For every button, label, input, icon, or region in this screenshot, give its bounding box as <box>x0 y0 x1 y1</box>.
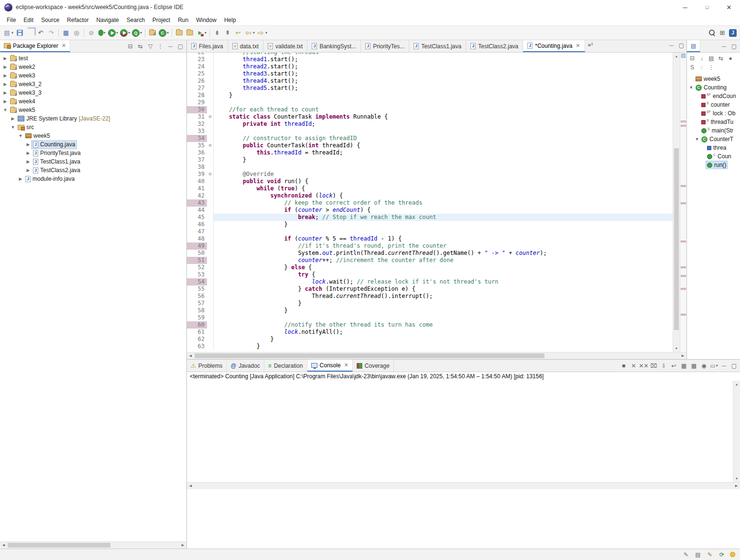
chevron-right-icon[interactable]: ▶ <box>25 159 32 164</box>
menu-navigate[interactable]: Navigate <box>92 15 122 25</box>
outline-item[interactable]: CCoun <box>687 152 740 161</box>
java-perspective-button[interactable] <box>728 27 738 39</box>
terminate-icon[interactable]: ■ <box>619 361 629 371</box>
dropdown-arrow-icon[interactable]: ▾ <box>104 31 106 35</box>
sort-icon[interactable]: ↓ <box>697 54 707 63</box>
menu-source[interactable]: Source <box>37 15 63 25</box>
tree-item[interactable]: ▶Counting.java <box>0 140 186 149</box>
line-number[interactable]: 42 <box>187 192 207 199</box>
remove-all-terminated-icon[interactable]: ✕✕ <box>639 361 649 371</box>
console-view-tab-console[interactable]: Console✕ <box>307 360 353 372</box>
debug-button[interactable]: ▾ <box>97 27 107 39</box>
code-editor[interactable]: 22 //starting the threads23 thread1.star… <box>187 53 673 352</box>
outline-item[interactable]: week5 <box>687 75 740 83</box>
line-number[interactable]: 22 <box>187 53 207 56</box>
scroll-down-icon[interactable]: ▼ <box>733 475 740 482</box>
collapse-all-icon[interactable]: ⊟ <box>125 41 135 52</box>
menu-refactor[interactable]: Refactor <box>63 15 92 25</box>
chevron-down-icon[interactable]: ▼ <box>17 133 24 138</box>
console-view-tab-problems[interactable]: Problems <box>187 360 227 372</box>
tree-item[interactable]: ▶week3 <box>0 71 186 80</box>
close-view-icon[interactable]: ✕ <box>62 43 66 49</box>
chevron-right-icon[interactable]: ▶ <box>2 65 9 69</box>
new-class-button[interactable]: ▾ <box>158 27 170 39</box>
line-number[interactable]: 38 <box>187 164 207 171</box>
close-button[interactable]: ✕ <box>718 0 740 14</box>
outline-item[interactable]: ▼CounterT <box>687 135 740 143</box>
view-menu-icon[interactable]: ⋮ <box>155 41 165 52</box>
occurrence-marker[interactable] <box>681 185 686 187</box>
fold-collapse-icon[interactable]: ⊖ <box>207 113 214 121</box>
scroll-lock-icon[interactable]: ⇩ <box>659 361 669 371</box>
outline-tab[interactable] <box>687 40 700 52</box>
undo-button[interactable] <box>35 27 46 39</box>
minimize-view-icon[interactable]: ─ <box>165 41 175 52</box>
line-number[interactable]: 34 <box>187 135 207 142</box>
filters-icon[interactable]: ▽ <box>145 41 155 52</box>
clear-console-icon[interactable]: ⌧ <box>649 361 659 371</box>
import-folder-button[interactable] <box>185 27 195 39</box>
skip-all-breakpoints-button[interactable] <box>86 27 97 39</box>
menu-edit[interactable]: Edit <box>20 15 37 25</box>
occurrence-marker[interactable] <box>681 121 686 122</box>
open-console-button[interactable] <box>61 27 71 39</box>
scroll-right-icon[interactable]: ▶ <box>733 484 740 488</box>
occurrence-marker[interactable] <box>681 125 686 127</box>
categorize-icon[interactable]: ▤ <box>707 54 716 63</box>
chevron-right-icon[interactable]: ▶ <box>2 90 9 95</box>
notification-bulb-icon[interactable] <box>730 552 735 557</box>
menu-search[interactable]: Search <box>123 15 149 25</box>
editor-tab[interactable]: *Counting.java✕ <box>523 40 585 52</box>
line-number[interactable]: 54 <box>187 278 207 285</box>
occurrence-marker[interactable] <box>681 202 686 204</box>
save-all-button[interactable] <box>25 27 35 39</box>
minimize-view-icon[interactable]: ─ <box>719 41 729 52</box>
minimize-editor-icon[interactable]: ─ <box>666 40 676 51</box>
fold-collapse-icon[interactable]: ⊖ <box>207 142 214 149</box>
line-number[interactable]: 31 <box>187 113 207 121</box>
forward-button[interactable]: ▾ <box>256 27 268 39</box>
outline-item[interactable]: run() <box>687 161 740 169</box>
maximize-view-icon[interactable]: ▢ <box>175 41 185 52</box>
line-number[interactable]: 27 <box>187 85 207 92</box>
search-button[interactable] <box>707 27 717 39</box>
line-number[interactable]: 60 <box>187 321 207 329</box>
last-edit-location-button[interactable] <box>233 27 243 39</box>
line-number[interactable]: 46 <box>187 221 207 228</box>
link-with-editor-icon[interactable]: ⇆ <box>716 54 726 63</box>
tree-item[interactable]: ▶week3_2 <box>0 80 186 88</box>
line-number[interactable]: 25 <box>187 70 207 77</box>
editor-tab[interactable]: BankingSyst... <box>307 40 361 52</box>
edit-location-icon[interactable]: ✎ <box>706 551 714 559</box>
line-number[interactable]: 32 <box>187 121 207 128</box>
tree-item[interactable]: ▶week2 <box>0 63 186 71</box>
line-number[interactable]: 57 <box>187 300 207 307</box>
profile-button[interactable]: ▾ <box>131 27 143 39</box>
outline-item[interactable]: Smain(Str <box>687 126 740 135</box>
scroll-up-icon[interactable]: ▲ <box>733 381 740 388</box>
chevron-right-icon[interactable]: ▶ <box>17 176 24 181</box>
editor-tab[interactable]: TestClass2.java <box>466 40 523 52</box>
next-annotation-button[interactable] <box>212 27 222 39</box>
pin-console-icon[interactable]: ◉ <box>699 361 709 371</box>
tree-item[interactable]: ▶week3_3 <box>0 88 186 97</box>
chevron-right-icon[interactable]: ▶ <box>2 82 9 87</box>
line-number[interactable]: 63 <box>187 343 207 350</box>
line-number[interactable]: 56 <box>187 293 207 300</box>
chevron-right-icon[interactable]: ▶ <box>25 151 32 155</box>
line-number[interactable]: 43 <box>187 199 207 207</box>
tree-item[interactable]: ▼week5 <box>0 106 186 114</box>
line-number[interactable]: 24 <box>187 63 207 70</box>
line-number[interactable]: 48 <box>187 235 207 242</box>
outline-item[interactable]: SFlock : Ob <box>687 109 740 118</box>
occurrence-marker[interactable] <box>681 314 686 316</box>
dropdown-arrow-icon[interactable]: ▾ <box>167 31 169 35</box>
menu-help[interactable]: Help <box>220 15 240 25</box>
console-hscrollbar[interactable]: ◀ ▶ <box>187 482 740 489</box>
editor-vscrollbar[interactable]: ▲ ▼ <box>673 53 680 352</box>
editor-tab[interactable]: PriorityTes... <box>361 40 409 52</box>
menu-project[interactable]: Project <box>149 15 174 25</box>
back-button[interactable]: ▾ <box>243 27 256 39</box>
line-number[interactable]: 28 <box>187 92 207 99</box>
tree-item[interactable]: ▶PriorityTest.java <box>0 149 186 157</box>
